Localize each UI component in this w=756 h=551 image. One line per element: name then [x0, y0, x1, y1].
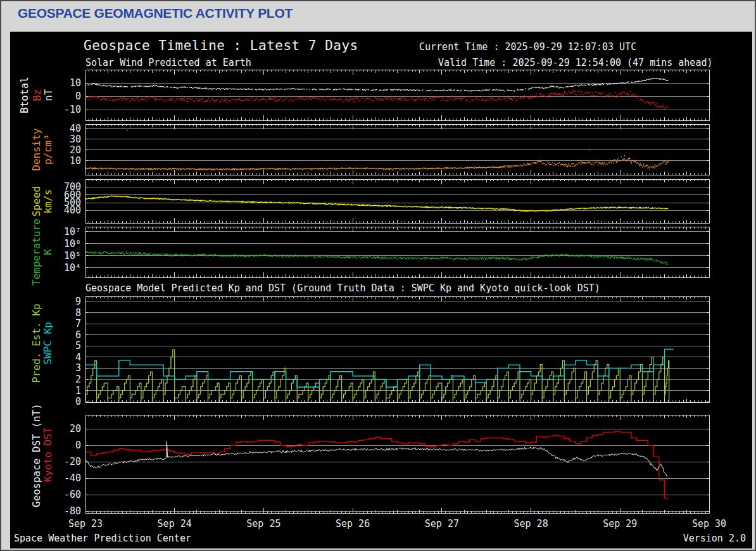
y-tick-label: 5 [75, 340, 81, 352]
series-pred-est-kp [85, 350, 669, 402]
y-axis-label-k: K [42, 249, 54, 255]
footer-credit: Space Weather Prediction Center [14, 533, 191, 544]
y-axis-label-bz: Bz [31, 89, 43, 101]
y-tick-label: 10 [70, 155, 81, 167]
y-tick-label: 9 [75, 296, 81, 307]
panel-imf: 100-10 [64, 70, 709, 120]
panel-frame [85, 124, 709, 175]
y-tick-labels: 200-20-40-60-80 [64, 423, 81, 517]
y-tick-labels: 40302010 [70, 123, 81, 167]
series-speed [85, 196, 668, 211]
y-tick-label: 0 [75, 396, 81, 407]
y-tick-label: 0 [75, 91, 81, 102]
chart-subtitle: Solar Wind Predicted at Earth [85, 57, 251, 68]
x-tick-labels: Sep 23Sep 24Sep 25Sep 26Sep 27Sep 28Sep … [68, 518, 726, 529]
panel-density: 40302010 [70, 123, 709, 175]
panel-speed: 700600500400 [64, 179, 709, 223]
panel-frame [85, 70, 709, 120]
x-tick-label: Sep 30 [692, 518, 726, 529]
series-temperature [85, 251, 668, 264]
y-axis-label-speed: Speed [30, 186, 42, 216]
x-tick-label: Sep 29 [603, 518, 637, 529]
y-tick-label: 10⁷ [64, 226, 81, 238]
y-tick-label: 20 [70, 144, 81, 156]
x-tick-label: Sep 26 [336, 518, 370, 529]
panel-frame [85, 227, 709, 277]
y-tick-label: 30 [70, 134, 81, 145]
y-axis-label-kyoto-dst: Kyoto DST [42, 427, 54, 482]
y-axis-label-btotal: Btotal [18, 77, 30, 113]
series-btotal [85, 79, 668, 91]
y-tick-label: -20 [64, 456, 81, 467]
panel-dst: 200-20-40-60-80 [64, 415, 709, 517]
series-kyoto-dst [85, 431, 668, 498]
panel-frame [85, 179, 709, 223]
y-tick-label: 20 [70, 423, 81, 434]
y-tick-label: 10⁵ [64, 250, 81, 262]
y-axis-label-km-s: km/s [42, 189, 54, 213]
y-tick-label: 10⁴ [64, 262, 81, 274]
y-tick-label: 2 [75, 374, 81, 385]
y-axis-label-geospace-dst-nt: Geospace DST (nT) [30, 403, 42, 507]
y-tick-labels: 9876543210 [75, 296, 81, 407]
y-tick-label: 7 [75, 318, 81, 329]
y-axis-label-density: Density [30, 128, 42, 170]
axis-ticks [85, 179, 709, 223]
y-tick-label: 1 [75, 385, 81, 396]
page: GEOSPACE GEOMAGNETIC ACTIVITY PLOT Geosp… [0, 0, 756, 551]
y-tick-label: -10 [64, 104, 81, 115]
y-tick-label: 0 [75, 440, 81, 451]
plot-panel: Geospace Timeline : Latest 7 Days Curren… [10, 32, 752, 548]
axis-ticks [85, 124, 709, 175]
axis-ticks [85, 70, 709, 120]
x-tick-label: Sep 28 [514, 518, 548, 529]
y-tick-labels: 700600500400 [64, 181, 81, 216]
y-tick-label: -60 [64, 489, 81, 500]
y-tick-labels: 100-10 [64, 77, 81, 115]
x-tick-label: Sep 27 [425, 518, 459, 529]
y-tick-labels: 10⁷10⁶10⁵10⁴ [64, 226, 81, 274]
y-tick-label: 400 [64, 205, 81, 216]
gridlines [85, 232, 709, 268]
y-tick-label: 10 [70, 77, 81, 89]
y-tick-label: 6 [75, 329, 81, 341]
y-tick-label: 40 [70, 123, 81, 134]
y-axis-label-temperature: Temperature [30, 218, 42, 286]
y-axis-label-nt: nT [42, 89, 54, 101]
x-tick-label: Sep 23 [68, 518, 103, 529]
x-tick-label: Sep 25 [246, 518, 280, 529]
current-time-label: Current Time : 2025-09-29 12:07:03 UTC [419, 41, 636, 53]
gridlines [85, 301, 709, 391]
axis-ticks [85, 227, 709, 277]
valid-time-label: Valid Time : 2025-09-29 12:54:00 (47 min… [438, 57, 712, 68]
panel-temperature: 10⁷10⁶10⁵10⁴ [64, 226, 709, 277]
gridlines [85, 129, 709, 161]
axis-ticks [85, 415, 709, 513]
y-axis-label-swpc-kp: SWPC Kp [42, 322, 54, 364]
footer-version: Version 2.0 [683, 533, 746, 544]
section-title: Geospace Model Predicted Kp and DST (Gro… [85, 282, 600, 294]
y-axis-label-pred-est-kp: Pred. Est. Kp [30, 303, 42, 383]
series-bz [85, 91, 668, 109]
y-tick-label: 8 [75, 307, 81, 319]
chart-title: Geospace Timeline : Latest 7 Days [84, 38, 358, 53]
gridlines [85, 83, 709, 110]
y-tick-label: 4 [75, 352, 81, 363]
y-axis-label-p-cm: p/cm³ [42, 134, 54, 165]
y-tick-label: 10⁶ [64, 238, 81, 250]
series-geospace-dst [85, 441, 667, 476]
y-tick-label: -40 [64, 472, 81, 484]
y-tick-label: 3 [75, 362, 81, 374]
panel-frame [85, 415, 709, 513]
panel-kp: 9876543210 [75, 296, 709, 407]
x-tick-label: Sep 24 [158, 518, 192, 529]
y-tick-label: -80 [64, 505, 81, 517]
page-title: GEOSPACE GEOMAGNETIC ACTIVITY PLOT [18, 6, 293, 21]
